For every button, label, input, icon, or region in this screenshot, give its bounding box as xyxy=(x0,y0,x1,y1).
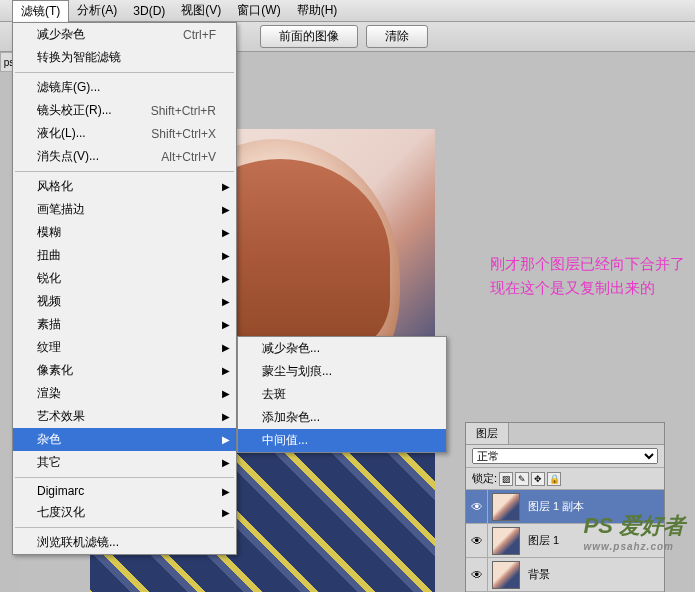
layer-name[interactable]: 背景 xyxy=(524,567,664,582)
filter-menu-item[interactable]: 浏览联机滤镜... xyxy=(13,531,236,554)
lock-all-icon[interactable]: 🔒 xyxy=(547,472,561,486)
submenu-arrow-icon: ▶ xyxy=(222,204,230,215)
filter-menu-item[interactable]: 滤镜库(G)... xyxy=(13,76,236,99)
visibility-eye-icon[interactable]: 👁 xyxy=(466,524,488,557)
filter-menu-item[interactable]: 画笔描边▶ xyxy=(13,198,236,221)
menu-analysis[interactable]: 分析(A) xyxy=(69,0,125,21)
submenu-arrow-icon: ▶ xyxy=(222,273,230,284)
filter-menu-item[interactable]: 素描▶ xyxy=(13,313,236,336)
submenu-arrow-icon: ▶ xyxy=(222,434,230,445)
annotation-line-2: 现在这个是又复制出来的 xyxy=(490,276,685,300)
noise-menu-item[interactable]: 去斑 xyxy=(238,383,446,406)
lock-transparency-icon[interactable]: ▨ xyxy=(499,472,513,486)
menu-filter[interactable]: 滤镜(T) xyxy=(12,0,69,22)
filter-menu-item[interactable]: Digimarc▶ xyxy=(13,481,236,501)
menu-3d[interactable]: 3D(D) xyxy=(125,2,173,20)
filter-menu-item[interactable]: 视频▶ xyxy=(13,290,236,313)
filter-menu-item[interactable]: 消失点(V)...Alt+Ctrl+V xyxy=(13,145,236,168)
menu-help[interactable]: 帮助(H) xyxy=(289,0,346,21)
submenu-arrow-icon: ▶ xyxy=(222,411,230,422)
submenu-arrow-icon: ▶ xyxy=(222,319,230,330)
panel-tabs: 图层 xyxy=(466,423,664,445)
visibility-eye-icon[interactable]: 👁 xyxy=(466,558,488,591)
filter-menu: 减少杂色Ctrl+F转换为智能滤镜滤镜库(G)...镜头校正(R)...Shif… xyxy=(12,22,237,555)
filter-menu-item[interactable]: 艺术效果▶ xyxy=(13,405,236,428)
layer-thumbnail[interactable] xyxy=(492,493,520,521)
blend-mode-row: 正常 xyxy=(466,445,664,468)
menu-view[interactable]: 视图(V) xyxy=(173,0,229,21)
filter-menu-item[interactable]: 减少杂色Ctrl+F xyxy=(13,23,236,46)
clear-button[interactable]: 清除 xyxy=(366,25,428,48)
annotation-line-1: 刚才那个图层已经向下合并了 xyxy=(490,252,685,276)
submenu-arrow-icon: ▶ xyxy=(222,457,230,468)
watermark: PS 爱好者 www.psahz.com xyxy=(584,511,685,552)
submenu-arrow-icon: ▶ xyxy=(222,181,230,192)
filter-menu-item[interactable]: 渲染▶ xyxy=(13,382,236,405)
submenu-arrow-icon: ▶ xyxy=(222,388,230,399)
blend-mode-select[interactable]: 正常 xyxy=(472,448,658,464)
submenu-arrow-icon: ▶ xyxy=(222,507,230,518)
submenu-arrow-icon: ▶ xyxy=(222,227,230,238)
menu-window[interactable]: 窗口(W) xyxy=(229,0,288,21)
filter-menu-item[interactable]: 七度汉化▶ xyxy=(13,501,236,524)
noise-menu-item[interactable]: 蒙尘与划痕... xyxy=(238,360,446,383)
submenu-arrow-icon: ▶ xyxy=(222,250,230,261)
filter-menu-item[interactable]: 模糊▶ xyxy=(13,221,236,244)
layers-tab[interactable]: 图层 xyxy=(466,423,509,444)
filter-menu-item[interactable]: 风格化▶ xyxy=(13,175,236,198)
filter-menu-item[interactable]: 液化(L)...Shift+Ctrl+X xyxy=(13,122,236,145)
noise-menu-item[interactable]: 添加杂色... xyxy=(238,406,446,429)
noise-menu-item[interactable]: 减少杂色... xyxy=(238,337,446,360)
submenu-arrow-icon: ▶ xyxy=(222,342,230,353)
submenu-arrow-icon: ▶ xyxy=(222,365,230,376)
lock-label: 锁定: xyxy=(472,471,497,486)
layer-thumbnail[interactable] xyxy=(492,527,520,555)
noise-menu-item[interactable]: 中间值... xyxy=(238,429,446,452)
filter-menu-item[interactable]: 转换为智能滤镜 xyxy=(13,46,236,69)
layer-thumbnail[interactable] xyxy=(492,561,520,589)
noise-submenu: 减少杂色...蒙尘与划痕...去斑添加杂色...中间值... xyxy=(237,336,447,453)
filter-menu-item[interactable]: 镜头校正(R)...Shift+Ctrl+R xyxy=(13,99,236,122)
lock-pixels-icon[interactable]: ✎ xyxy=(515,472,529,486)
menubar: 滤镜(T) 分析(A) 3D(D) 视图(V) 窗口(W) 帮助(H) xyxy=(0,0,695,22)
prev-image-button[interactable]: 前面的图像 xyxy=(260,25,358,48)
filter-menu-item[interactable]: 纹理▶ xyxy=(13,336,236,359)
filter-menu-item[interactable]: 锐化▶ xyxy=(13,267,236,290)
lock-position-icon[interactable]: ✥ xyxy=(531,472,545,486)
filter-menu-item[interactable]: 其它▶ xyxy=(13,451,236,474)
submenu-arrow-icon: ▶ xyxy=(222,296,230,307)
visibility-eye-icon[interactable]: 👁 xyxy=(466,490,488,523)
annotation-text: 刚才那个图层已经向下合并了 现在这个是又复制出来的 xyxy=(490,252,685,300)
watermark-sub: www.psahz.com xyxy=(584,541,685,552)
filter-menu-item[interactable]: 像素化▶ xyxy=(13,359,236,382)
filter-menu-item[interactable]: 杂色▶ xyxy=(13,428,236,451)
watermark-main: PS 爱好者 xyxy=(584,513,685,538)
layer-row[interactable]: 👁背景 xyxy=(466,558,664,592)
layers-panel: 图层 正常 锁定: ▨ ✎ ✥ 🔒 👁图层 1 副本👁图层 1👁背景 xyxy=(465,422,665,592)
submenu-arrow-icon: ▶ xyxy=(222,486,230,497)
filter-menu-item[interactable]: 扭曲▶ xyxy=(13,244,236,267)
lock-row: 锁定: ▨ ✎ ✥ 🔒 xyxy=(466,468,664,490)
